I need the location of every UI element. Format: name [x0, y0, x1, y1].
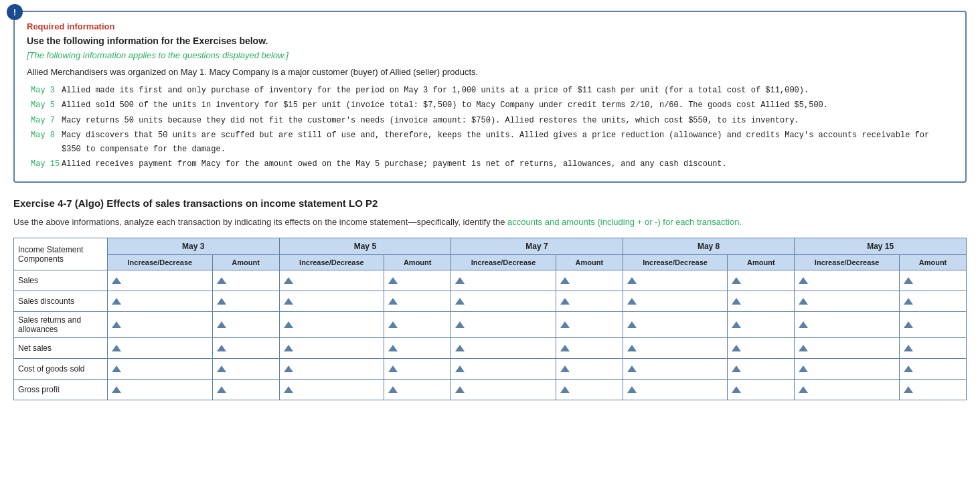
row2-month1-increase-decrease[interactable] — [279, 312, 384, 338]
row2-month2-amount[interactable] — [556, 312, 623, 338]
row0-month3-increase-decrease[interactable] — [623, 270, 728, 291]
row1-month0-increase-decrease[interactable] — [108, 291, 213, 312]
row2-month4-increase-decrease[interactable] — [795, 312, 900, 338]
row-label: Sales discounts — [14, 291, 108, 312]
exercise-description: Use the above informations, analyze each… — [13, 217, 967, 227]
table-row: Sales discounts — [14, 291, 967, 312]
row4-month4-increase-decrease[interactable] — [795, 359, 900, 380]
row2-month3-increase-decrease[interactable] — [623, 312, 728, 338]
row5-month3-amount[interactable] — [728, 380, 795, 400]
cell-triangle-icon — [284, 321, 293, 328]
cell-triangle-icon — [904, 386, 913, 393]
row4-month4-amount[interactable] — [899, 359, 966, 380]
row1-month1-amount[interactable] — [384, 291, 451, 312]
may15-amount-header: Amount — [899, 255, 966, 270]
row1-month2-increase-decrease[interactable] — [451, 291, 556, 312]
cell-triangle-icon — [455, 321, 465, 328]
row5-month2-increase-decrease[interactable] — [451, 380, 556, 400]
row5-month1-amount[interactable] — [384, 380, 451, 400]
row5-month2-amount[interactable] — [556, 380, 623, 400]
row3-month2-increase-decrease[interactable] — [451, 338, 556, 359]
row1-month0-amount[interactable] — [212, 291, 279, 312]
row4-month2-amount[interactable] — [556, 359, 623, 380]
cell-triangle-icon — [904, 321, 913, 328]
table-row: Sales — [14, 270, 967, 291]
row3-month1-amount[interactable] — [384, 338, 451, 359]
row4-month2-increase-decrease[interactable] — [451, 359, 556, 380]
row5-month0-amount[interactable] — [212, 380, 279, 400]
row1-month4-increase-decrease[interactable] — [795, 291, 900, 312]
row4-month3-increase-decrease[interactable] — [623, 359, 728, 380]
cell-triangle-icon — [217, 277, 226, 284]
row0-month4-increase-decrease[interactable] — [795, 270, 900, 291]
row1-month4-amount[interactable] — [899, 291, 966, 312]
cell-triangle-icon — [112, 298, 121, 305]
row2-month3-amount[interactable] — [728, 312, 795, 338]
italic-note: [The following information applies to th… — [27, 50, 953, 60]
may7-increase-decrease-header: Increase/Decrease — [451, 255, 556, 270]
row0-month2-amount[interactable] — [556, 270, 623, 291]
info-icon: ! — [7, 4, 23, 20]
row1-month1-increase-decrease[interactable] — [279, 291, 384, 312]
transaction-text: Allied receives payment from Macy for th… — [62, 157, 953, 171]
row0-month0-amount[interactable] — [212, 270, 279, 291]
row4-month3-amount[interactable] — [728, 359, 795, 380]
cell-triangle-icon — [627, 345, 637, 351]
row4-month0-increase-decrease[interactable] — [108, 359, 213, 380]
row3-month0-increase-decrease[interactable] — [108, 338, 213, 359]
transaction-item: May 5Allied sold 500 of the units in inv… — [31, 98, 953, 112]
cell-triangle-icon — [217, 345, 226, 351]
row5-month3-increase-decrease[interactable] — [623, 380, 728, 400]
cell-triangle-icon — [455, 277, 465, 284]
transaction-item: May 3Allied made its first and only purc… — [31, 84, 953, 97]
cell-triangle-icon — [112, 277, 121, 284]
cell-triangle-icon — [799, 386, 808, 393]
row3-month0-amount[interactable] — [212, 338, 279, 359]
row3-month1-increase-decrease[interactable] — [279, 338, 384, 359]
row3-month3-increase-decrease[interactable] — [623, 338, 728, 359]
row3-month4-amount[interactable] — [899, 338, 966, 359]
cell-triangle-icon — [455, 345, 465, 351]
row0-month4-amount[interactable] — [899, 270, 966, 291]
row2-month0-increase-decrease[interactable] — [108, 312, 213, 338]
row2-month4-amount[interactable] — [899, 312, 966, 338]
row5-month1-increase-decrease[interactable] — [279, 380, 384, 400]
may15-header: May 15 — [795, 238, 967, 255]
cell-triangle-icon — [732, 345, 741, 351]
row4-month0-amount[interactable] — [212, 359, 279, 380]
cell-triangle-icon — [560, 277, 570, 284]
may8-header: May 8 — [623, 238, 795, 255]
cell-triangle-icon — [799, 345, 808, 351]
may5-header: May 5 — [279, 238, 451, 255]
cell-triangle-icon — [388, 345, 398, 351]
transaction-text: Allied made its first and only purchase … — [62, 84, 953, 97]
row3-month3-amount[interactable] — [728, 338, 795, 359]
cell-triangle-icon — [627, 366, 637, 372]
cell-triangle-icon — [560, 298, 570, 305]
row5-month4-increase-decrease[interactable] — [795, 380, 900, 400]
row2-month2-increase-decrease[interactable] — [451, 312, 556, 338]
row1-month3-increase-decrease[interactable] — [623, 291, 728, 312]
transaction-text: Allied sold 500 of the units in inventor… — [62, 98, 953, 112]
row5-month0-increase-decrease[interactable] — [108, 380, 213, 400]
row3-month4-increase-decrease[interactable] — [795, 338, 900, 359]
row0-month0-increase-decrease[interactable] — [108, 270, 213, 291]
row0-month3-amount[interactable] — [728, 270, 795, 291]
transaction-item: May 15Allied receives payment from Macy … — [31, 157, 953, 171]
row1-month3-amount[interactable] — [728, 291, 795, 312]
row4-month1-increase-decrease[interactable] — [279, 359, 384, 380]
transaction-date: May 5 — [31, 98, 62, 112]
cell-triangle-icon — [388, 277, 398, 284]
row5-month4-amount[interactable] — [899, 380, 966, 400]
row4-month1-amount[interactable] — [384, 359, 451, 380]
cell-triangle-icon — [799, 366, 808, 372]
row2-month1-amount[interactable] — [384, 312, 451, 338]
row0-month2-increase-decrease[interactable] — [451, 270, 556, 291]
row0-month1-increase-decrease[interactable] — [279, 270, 384, 291]
row1-month2-amount[interactable] — [556, 291, 623, 312]
cell-triangle-icon — [627, 277, 637, 284]
row3-month2-amount[interactable] — [556, 338, 623, 359]
row2-month0-amount[interactable] — [212, 312, 279, 338]
cell-triangle-icon — [388, 366, 398, 372]
row0-month1-amount[interactable] — [384, 270, 451, 291]
